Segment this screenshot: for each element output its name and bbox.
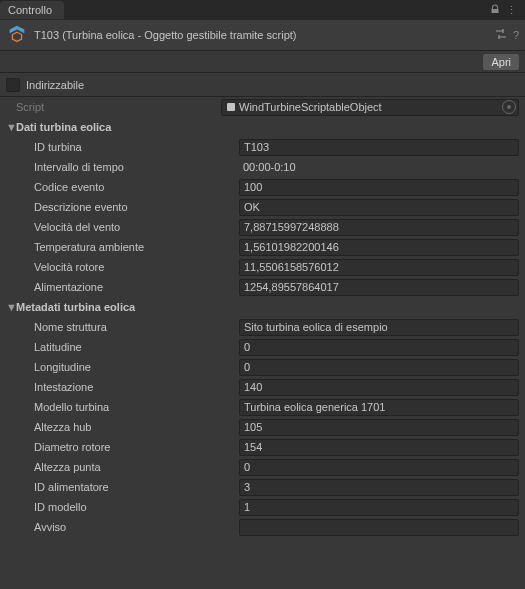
object-title: T103 (Turbina eolica - Oggetto gestibile… <box>34 29 495 41</box>
foldout-icon[interactable]: ▼ <box>6 121 16 133</box>
hub-height-field[interactable]: 105 <box>239 419 519 436</box>
time-interval-value: 00:00-0:10 <box>239 161 519 173</box>
site-name-field[interactable]: Sito turbina eolica di esempio <box>239 319 519 336</box>
warning-label: Avviso <box>34 521 239 533</box>
feeder-id-label: ID alimentatore <box>34 481 239 493</box>
help-icon[interactable]: ? <box>513 29 519 41</box>
event-code-field[interactable]: 100 <box>239 179 519 196</box>
menu-icon[interactable]: ⋮ <box>506 4 517 17</box>
settings-icon[interactable] <box>495 28 507 42</box>
event-code-label: Codice evento <box>34 181 239 193</box>
ambient-temp-label: Temperatura ambiente <box>34 241 239 253</box>
event-desc-label: Descrizione evento <box>34 201 239 213</box>
rotor-dia-field[interactable]: 154 <box>239 439 519 456</box>
tip-height-label: Altezza punta <box>34 461 239 473</box>
addressable-label: Indirizzabile <box>26 79 84 91</box>
power-field[interactable]: 1254,89557864017 <box>239 279 519 296</box>
time-interval-label: Intervallo di tempo <box>34 161 239 173</box>
section-meta-title[interactable]: Metadati turbina eolica <box>16 301 135 313</box>
hub-height-label: Altezza hub <box>34 421 239 433</box>
tab-label: Controllo <box>8 4 52 16</box>
ambient-temp-field[interactable]: 1,56101982200146 <box>239 239 519 256</box>
foldout-icon[interactable]: ▼ <box>6 301 16 313</box>
feeder-id-field[interactable]: 3 <box>239 479 519 496</box>
model-field[interactable]: Turbina eolica generica 1701 <box>239 399 519 416</box>
tip-height-field[interactable]: 0 <box>239 459 519 476</box>
wind-speed-label: Velocità del vento <box>34 221 239 233</box>
script-label: Script <box>16 101 221 113</box>
svg-rect-0 <box>227 103 235 111</box>
lock-icon[interactable] <box>490 4 500 17</box>
rotor-speed-label: Velocità rotore <box>34 261 239 273</box>
power-label: Alimentazione <box>34 281 239 293</box>
inspector-tab[interactable]: Controllo <box>0 1 64 19</box>
scriptable-object-icon <box>6 24 28 46</box>
longitude-label: Longitudine <box>34 361 239 373</box>
heading-field[interactable]: 140 <box>239 379 519 396</box>
turbine-id-field[interactable]: T103 <box>239 139 519 156</box>
script-field: WindTurbineScriptableObject <box>221 99 519 116</box>
rotor-speed-field[interactable]: 11,5506158576012 <box>239 259 519 276</box>
script-value: WindTurbineScriptableObject <box>239 101 382 113</box>
longitude-field[interactable]: 0 <box>239 359 519 376</box>
site-name-label: Nome struttura <box>34 321 239 333</box>
open-button-label: Apri <box>491 56 511 68</box>
model-id-field[interactable]: 1 <box>239 499 519 516</box>
open-button[interactable]: Apri <box>483 54 519 70</box>
heading-label: Intestazione <box>34 381 239 393</box>
section-data-title[interactable]: Dati turbina eolica <box>16 121 111 133</box>
addressable-checkbox[interactable] <box>6 78 20 92</box>
latitude-field[interactable]: 0 <box>239 339 519 356</box>
wind-speed-field[interactable]: 7,88715997248888 <box>239 219 519 236</box>
model-label: Modello turbina <box>34 401 239 413</box>
object-picker-icon[interactable] <box>502 100 516 114</box>
rotor-dia-label: Diametro rotore <box>34 441 239 453</box>
turbine-id-label: ID turbina <box>34 141 239 153</box>
warning-field[interactable] <box>239 519 519 536</box>
model-id-label: ID modello <box>34 501 239 513</box>
latitude-label: Latitudine <box>34 341 239 353</box>
event-desc-field[interactable]: OK <box>239 199 519 216</box>
